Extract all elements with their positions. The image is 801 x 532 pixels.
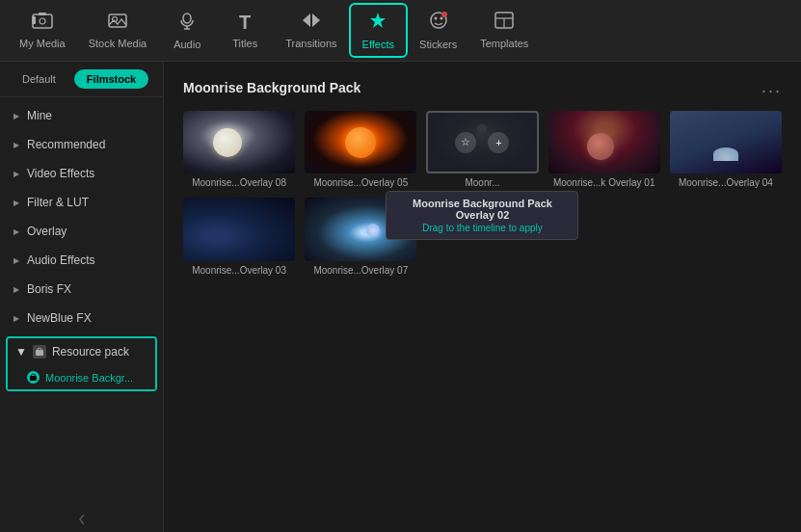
effect-label-overlay-04: Moonrise...Overlay 04	[670, 177, 782, 188]
content-area: Moonrise Background Pack ... Moonrise...…	[164, 62, 801, 532]
effect-label-overlay-08: Moonrise...Overlay 08	[183, 177, 295, 188]
effect-item-overlay-08[interactable]: Moonrise...Overlay 08	[183, 111, 295, 188]
sidebar-item-label: Filter & LUT	[27, 196, 89, 209]
effect-item-overlay-05[interactable]: Moonrise...Overlay 05	[305, 111, 416, 188]
more-options-button[interactable]: ...	[761, 77, 782, 97]
effect-item-overlay-03[interactable]: Moonrise...Overlay 03	[183, 198, 295, 275]
sidebar-item-label: Mine	[27, 109, 52, 122]
stickers-icon	[429, 11, 448, 35]
moon-decoration	[366, 224, 380, 237]
arrow-icon: ▶	[13, 170, 19, 178]
templates-icon	[494, 12, 514, 34]
arrow-icon: ▶	[13, 141, 19, 149]
effect-item-overlay-02[interactable]: ☆ + Moonr... Moonrise Background Pack Ov…	[426, 111, 538, 188]
titles-icon: T	[239, 12, 251, 34]
sidebar-collapse-button[interactable]	[0, 507, 163, 532]
favorite-icon-button[interactable]: ☆	[455, 132, 476, 153]
nav-item-titles[interactable]: T Titles	[216, 6, 274, 55]
svg-point-13	[441, 12, 447, 17]
filter-tabs: Default Filmstock	[0, 62, 163, 97]
nav-label-stock-media: Stock Media	[89, 38, 147, 49]
filter-tab-default[interactable]: Default	[10, 69, 68, 89]
sidebar-items: ▶ Mine ▶ Recommended ▶ Video Effects ▶ F…	[0, 97, 163, 507]
tooltip-popup: Moonrise Background Pack Overlay 02 Drag…	[386, 191, 578, 240]
main-layout: Default Filmstock ▶ Mine ▶ Recommended ▶…	[0, 62, 801, 532]
effect-thumb-overlay-04	[670, 111, 782, 173]
add-icon-button[interactable]: +	[488, 132, 509, 153]
svg-rect-3	[39, 13, 46, 15]
effect-thumb-overlay-01	[548, 111, 660, 173]
top-nav: My Media Stock Media Audio T Titles	[0, 0, 801, 62]
sidebar-sub-item-moonrise[interactable]: Moonrise Backgr...	[8, 365, 155, 389]
nav-item-transitions[interactable]: Transitions	[274, 6, 348, 55]
content-title: Moonrise Background Pack	[183, 80, 360, 95]
resource-pack-icon	[33, 345, 46, 359]
svg-rect-18	[30, 376, 37, 381]
arrow-icon: ▶	[13, 285, 19, 294]
nav-label-effects: Effects	[362, 39, 394, 50]
nav-item-stock-media[interactable]: Stock Media	[77, 6, 159, 55]
sidebar-item-label: NewBlue FX	[27, 311, 92, 325]
nav-label-my-media: My Media	[19, 38, 66, 49]
sidebar-item-audio-effects[interactable]: ▶ Audio Effects	[0, 246, 163, 275]
arrow-icon: ▼	[15, 345, 27, 359]
transitions-icon	[301, 12, 322, 34]
svg-marker-9	[370, 13, 386, 28]
nav-label-audio: Audio	[174, 39, 200, 50]
stock-media-icon	[107, 12, 128, 34]
nav-label-templates: Templates	[480, 38, 528, 49]
effects-grid: Moonrise...Overlay 08 Moonrise...Overlay…	[183, 111, 782, 276]
resource-pack-header[interactable]: ▼ Resource pack	[8, 338, 155, 365]
audio-icon	[178, 11, 196, 35]
nav-item-audio[interactable]: Audio	[158, 5, 216, 56]
sidebar-item-mine[interactable]: ▶ Mine	[0, 101, 163, 130]
effect-thumb-overlay-05	[305, 111, 416, 173]
tooltip-popup-subtitle: Drag to the timeline to apply	[396, 223, 568, 233]
nav-label-stickers: Stickers	[419, 39, 457, 50]
sidebar-item-video-effects[interactable]: ▶ Video Effects	[0, 159, 163, 188]
svg-rect-4	[109, 14, 126, 27]
nav-label-transitions: Transitions	[285, 38, 336, 49]
effect-item-overlay-01[interactable]: Moonrise...k Overlay 01	[548, 111, 660, 188]
moon-decoration	[213, 128, 242, 157]
svg-point-6	[183, 13, 191, 23]
sidebar-item-boris-fx[interactable]: ▶ Boris FX	[0, 275, 163, 304]
nav-item-templates[interactable]: Templates	[468, 6, 540, 55]
tooltip-action-icons: ☆ +	[455, 132, 509, 153]
sidebar-item-recommended[interactable]: ▶ Recommended	[0, 130, 163, 159]
content-header: Moonrise Background Pack ...	[183, 77, 782, 97]
nav-item-my-media[interactable]: My Media	[8, 6, 77, 55]
sidebar-item-newblue-fx[interactable]: ▶ NewBlue FX	[0, 304, 163, 332]
moonrise-sub-icon	[27, 371, 40, 384]
sidebar: Default Filmstock ▶ Mine ▶ Recommended ▶…	[0, 62, 164, 532]
effects-icon	[368, 11, 387, 35]
hover-overlay: ☆ +	[428, 113, 536, 172]
svg-rect-17	[36, 350, 43, 356]
tooltip-popup-title: Moonrise Background Pack Overlay 02	[396, 198, 568, 221]
effect-thumb-overlay-03	[183, 198, 295, 260]
sidebar-item-label: Overlay	[27, 225, 67, 238]
sidebar-item-overlay[interactable]: ▶ Overlay	[0, 217, 163, 246]
sidebar-item-label: Boris FX	[27, 282, 71, 296]
arrow-icon: ▶	[13, 314, 19, 323]
effect-thumb-overlay-02: ☆ +	[426, 111, 538, 173]
filter-tab-filmstock[interactable]: Filmstock	[74, 69, 148, 89]
effect-label-overlay-02: Moonr...	[426, 177, 538, 188]
sidebar-item-label: Video Effects	[27, 167, 94, 180]
arrow-icon: ▶	[13, 199, 19, 207]
svg-rect-1	[32, 16, 36, 24]
resource-pack-label: Resource pack	[52, 345, 129, 359]
sidebar-item-filter-lut[interactable]: ▶ Filter & LUT	[0, 188, 163, 217]
svg-point-12	[440, 17, 442, 20]
effect-label-overlay-05: Moonrise...Overlay 05	[305, 177, 416, 188]
svg-point-11	[434, 17, 437, 20]
sidebar-item-label: Audio Effects	[27, 253, 95, 267]
effect-item-overlay-04[interactable]: Moonrise...Overlay 04	[670, 111, 782, 188]
nav-item-effects[interactable]: Effects	[349, 3, 408, 58]
effect-label-overlay-07: Moonrise...Overlay 07	[305, 265, 416, 276]
my-media-icon	[32, 12, 53, 34]
svg-point-2	[40, 18, 45, 24]
effect-label-overlay-01: Moonrise...k Overlay 01	[548, 177, 660, 188]
arrow-icon: ▶	[13, 227, 19, 236]
nav-item-stickers[interactable]: Stickers	[408, 5, 468, 56]
